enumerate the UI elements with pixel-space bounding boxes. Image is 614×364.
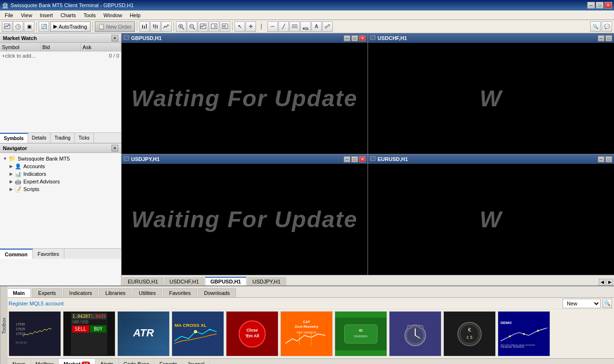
chart-gbpusd-minimize[interactable]: ─ — [344, 35, 350, 41]
chart-usdchf-restore[interactable]: □ — [605, 35, 612, 41]
market-search-button[interactable]: 🔍 — [603, 299, 612, 308]
list-item[interactable]: MA CROSS XL — [172, 311, 224, 356]
tab-favorites[interactable]: Favorites — [33, 249, 64, 259]
chart-eurusd-minimize[interactable]: ─ — [598, 156, 604, 162]
bottom-tab-market[interactable]: Market 10 — [59, 359, 95, 364]
chart-gbpusd-body[interactable]: Waiting For Update — [122, 43, 368, 154]
market-tab-utilities[interactable]: Utilities — [133, 288, 162, 297]
zoom-in-btn[interactable] — [176, 21, 186, 32]
nav-scripts[interactable]: ▶ 📝 Scripts — [2, 185, 119, 193]
market-watch-close[interactable]: ✕ — [112, 35, 118, 41]
nav-accounts[interactable]: ▶ 👤 Accounts — [2, 162, 119, 170]
tab-common[interactable]: Common — [0, 249, 33, 259]
list-item[interactable]: Close 'Em All — [226, 311, 278, 356]
nav-experts[interactable]: ▶ 🤖 Expert Advisors — [2, 178, 119, 185]
list-item[interactable]: DEMO Parabolic SHAPES Two last patterns … — [498, 311, 550, 356]
list-item[interactable]: 1.042871.0429 GBP/USD SELL BUY — [63, 311, 115, 356]
chart-type-candle[interactable] — [150, 21, 161, 32]
chart-tab-eurusd[interactable]: EURUSD,H1 — [123, 277, 164, 285]
nav-root[interactable]: ▼ 📁 Swissquote Bank MT5 — [2, 155, 119, 162]
market-tab-downloads[interactable]: Downloads — [198, 288, 236, 297]
new-chart-btn[interactable] — [2, 21, 12, 32]
list-item[interactable]: 17540 17525 17510 00:36:01 — [9, 311, 61, 356]
chart-type-line[interactable] — [161, 21, 172, 32]
bottom-tab-mailbox[interactable]: Mailbox — [31, 359, 59, 364]
zoom-out-btn[interactable] — [187, 21, 197, 32]
shape-btn[interactable] — [300, 21, 311, 32]
bottom-tab-experts[interactable]: Experts — [154, 359, 182, 364]
chart-usdchf-minimize[interactable]: ─ — [598, 35, 604, 41]
svg-point-69 — [407, 325, 411, 329]
nav-indicators[interactable]: ▶ 📊 Indicators — [2, 170, 119, 178]
chart-gbpusd-maximize[interactable]: □ — [351, 35, 358, 41]
crosshair-btn[interactable]: ✛ — [246, 21, 256, 32]
market-tab-main[interactable]: Main — [7, 288, 31, 297]
chart-usdchf-body[interactable]: W — [368, 43, 614, 154]
market-tab-experts[interactable]: Experts — [32, 288, 62, 297]
bottom-tab-journal[interactable]: Journal — [183, 359, 210, 364]
market-toolbar: Register MQL5 account New 🔍 — [7, 298, 614, 309]
menu-charts[interactable]: Charts — [57, 11, 80, 19]
market-tab-favorites[interactable]: Favorites — [163, 288, 197, 297]
tab-trading[interactable]: Trading — [51, 133, 75, 143]
market-filter-dropdown[interactable]: New — [563, 299, 601, 308]
new-order-button[interactable]: 📋 New Order — [95, 21, 135, 32]
chart-usdjpy-restore[interactable]: □ — [351, 156, 358, 162]
menu-insert[interactable]: Insert — [36, 11, 57, 19]
market-tab-libraries[interactable]: Libraries — [99, 288, 132, 297]
chart-usdjpy-minimize[interactable]: ─ — [344, 156, 350, 162]
menu-help[interactable]: Help — [126, 11, 144, 19]
menu-view[interactable]: View — [17, 11, 36, 19]
navigator-close[interactable]: ✕ — [112, 145, 118, 152]
refresh-btn[interactable]: 🔄 — [39, 21, 49, 32]
bottom-tab-codebase[interactable]: Code Base — [119, 359, 154, 364]
menu-tools[interactable]: Tools — [80, 11, 100, 19]
cursor-btn[interactable]: ↖ — [235, 21, 245, 32]
toolbox-edge[interactable]: Toolbox — [0, 286, 8, 364]
list-item[interactable]: ATR — [117, 311, 170, 356]
draw-line-btn[interactable]: ╱ — [278, 21, 289, 32]
indicator-toolbar-btn[interactable] — [322, 21, 333, 32]
minimize-button[interactable]: ─ — [587, 2, 595, 9]
scroll-right-btn[interactable] — [209, 21, 219, 32]
period-btn[interactable] — [220, 21, 230, 32]
chart-usdjpy-body[interactable]: Waiting For Update — [122, 164, 368, 275]
market-tab-indicators[interactable]: Indicators — [63, 288, 98, 297]
chart-gbpusd-close[interactable]: ✕ — [359, 35, 366, 41]
comments-btn[interactable]: 💬 — [602, 21, 612, 32]
toolbar-btn-2[interactable] — [13, 21, 23, 32]
chart-eurusd-restore[interactable]: □ — [605, 156, 612, 162]
bottom-tab-alerts[interactable]: Alerts — [95, 359, 119, 364]
tab-symbols[interactable]: Symbols — [0, 133, 28, 143]
menu-window[interactable]: Window — [100, 11, 126, 19]
chart-tab-prev[interactable]: ◀ — [599, 279, 605, 285]
list-item[interactable]: € £ $ — [443, 311, 496, 356]
register-mql5-link[interactable]: Register MQL5 account — [9, 301, 64, 306]
add-symbol-row[interactable]: + click to add... 0 / 0 — [0, 51, 121, 60]
list-item[interactable]: CAP Zone Recovery PRO VERSION — [280, 311, 333, 356]
search-toolbar-btn[interactable]: 🔍 — [590, 21, 601, 32]
chart-usdjpy-close[interactable]: ✕ — [359, 156, 366, 162]
chart-tab-usdjpy[interactable]: USDJPY,H1 — [247, 277, 286, 285]
toolbar-btn-3[interactable]: ▣ — [24, 21, 34, 32]
chart-tab-next[interactable]: ▶ — [606, 279, 613, 285]
chart-gbpusd-waiting: Waiting For Update — [131, 85, 358, 111]
list-item[interactable]: ID Investors — [335, 311, 387, 356]
tab-ticks[interactable]: Ticks — [75, 133, 94, 143]
fib-btn[interactable] — [289, 21, 300, 32]
svg-text:Two last patterns show correct: Two last patterns show correction — [501, 344, 535, 346]
autotrading-button[interactable]: ▶ AutoTrading — [50, 21, 91, 32]
menu-file[interactable]: File — [1, 11, 17, 19]
fit-btn[interactable] — [198, 21, 208, 32]
chart-eurusd-body[interactable]: W — [368, 164, 614, 275]
tab-details[interactable]: Details — [28, 133, 51, 143]
chart-tab-gbpusd[interactable]: GBPUSD,H1 — [205, 277, 246, 285]
chart-tab-usdchf[interactable]: USDCHF,H1 — [164, 277, 205, 285]
chart-type-bar[interactable] — [139, 21, 150, 32]
text-btn[interactable]: A — [311, 21, 322, 32]
bottom-tab-news[interactable]: News — [8, 359, 31, 364]
list-item[interactable] — [389, 311, 441, 356]
maximize-button[interactable]: □ — [596, 2, 604, 9]
close-window-button[interactable]: ✕ — [604, 2, 612, 9]
h-line-btn[interactable]: ─ — [267, 21, 278, 32]
